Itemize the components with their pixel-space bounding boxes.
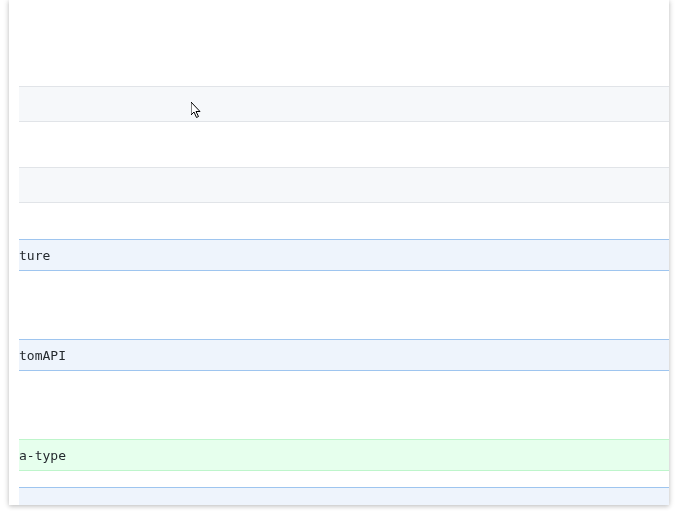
diff-line-context	[19, 487, 669, 505]
diff-line-context: tomAPI	[19, 339, 669, 371]
diff-hunk-header	[19, 167, 669, 203]
diff-line-addition: a-type	[19, 439, 669, 471]
diff-hunk-header	[19, 86, 669, 122]
diff-container: ture tomAPI a-type	[19, 0, 669, 505]
diff-line-text: tomAPI	[19, 348, 66, 363]
diff-line-text: ture	[19, 248, 50, 263]
diff-line-text: a-type	[19, 448, 66, 463]
diff-line-context: ture	[19, 239, 669, 271]
document-page: ture tomAPI a-type	[9, 0, 669, 505]
